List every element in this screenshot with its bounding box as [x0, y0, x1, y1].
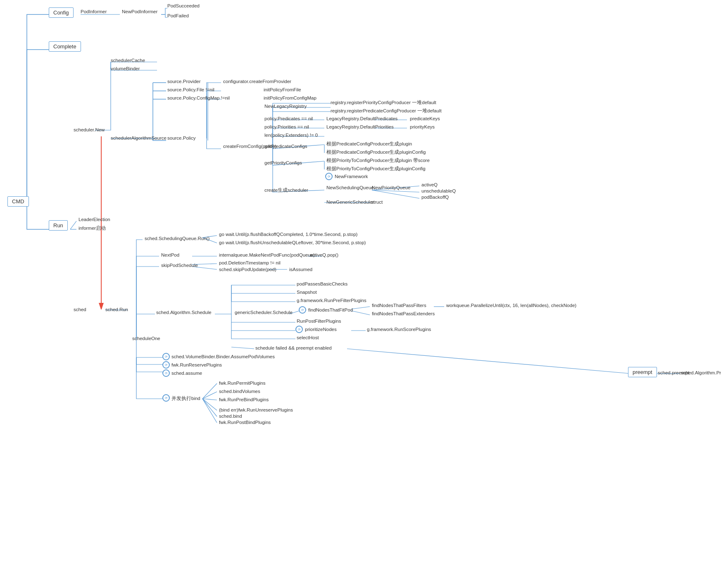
scheduleone-label: scheduleOne — [132, 336, 160, 341]
newpodinformer-label: NewPodInformer — [122, 9, 157, 14]
activeq-label: activeQ — [421, 182, 438, 187]
newlegacyregistry-label: NewLegacyRegistry — [264, 104, 307, 109]
schedassume-label: sched.assume — [171, 371, 202, 376]
runprebindplugins-label: fwk.RunPreBindPlugins — [219, 397, 269, 402]
cmd-node: CMD — [7, 196, 29, 207]
schedulernew-label: scheduler.New — [74, 127, 105, 132]
rununreserveplugins-label: (bind err)fwk.RunUnreservePlugins — [219, 407, 293, 412]
podbackoffq-label: podBackoffQ — [421, 195, 449, 200]
initpolicyfromfile-label: initPolicyFromFile — [264, 87, 301, 92]
initpolicyfromconfigmap-label: initPolicyFromConfigMap — [264, 95, 316, 100]
preempt-node: preempt — [628, 367, 657, 377]
runreserve-icon: ⟳ — [162, 361, 170, 369]
schedbind-label: sched.bind — [219, 414, 242, 419]
findnodesthatfitpod-label: findNodesThatFitPod — [308, 307, 353, 312]
policyextenders-label: len(policy.Extenders) != 0 — [264, 133, 318, 138]
generatepluginpriority-label: 根据PriorityToConfigProducer生成plugin 带scor… — [326, 157, 430, 164]
informerstart-label: informer启动 — [79, 225, 106, 231]
bindasync-icon: ⟳ — [162, 394, 170, 402]
policypriorities-label: policy.Priorities == nil — [264, 124, 309, 129]
parallelizeuntil-label: workqueue.ParallelizeUntil(ctx, 16, len(… — [446, 303, 576, 308]
findnodes-icon: ⟳ — [299, 306, 306, 314]
isassumed-label: isAssumed — [289, 267, 312, 272]
struct-label: struct — [371, 200, 383, 205]
legacydefaultpredicates-label: LegacyRegistry.DefaultPredicates — [326, 116, 397, 121]
unschedulableq-label: unschedulableQ — [421, 188, 456, 193]
newpriorityqueue-label: NewPriorityQueue — [372, 185, 410, 190]
createscheduler-label: create生成scheduler — [264, 187, 308, 193]
registerpriority-label: registry.registerPriorityConfigProducer … — [331, 100, 436, 106]
policypredicates-label: policy.Predicates == nil — [264, 116, 313, 121]
complete-node: Complete — [49, 41, 81, 52]
sourceprovider-label: source.Provider — [167, 79, 201, 84]
run-label: Run — [53, 222, 63, 229]
config-label: Config — [53, 10, 69, 16]
generateplugin-label: 根据PredicateConfigProducer生成plugin — [326, 141, 412, 147]
schedrun-label: sched.Run — [105, 307, 128, 312]
nextpod-label: NextPod — [161, 252, 179, 257]
connector-lines — [0, 0, 721, 588]
prioritizenodes-label: prioritizeNodes — [305, 327, 337, 332]
complete-label: Complete — [53, 43, 76, 50]
makenextpodfunc-label: internalqueue.MakeNextPodFunc(podQueue) — [219, 252, 315, 257]
assumepodvolumes-label: sched.VolumeBinder.Binder.AssumePodVolum… — [171, 354, 275, 359]
sourcepolicy-label: source.Policy — [167, 136, 195, 140]
findnodespassfilters-label: findNodesThatPassFilters — [372, 303, 426, 308]
getpriorityconfigs-label: getPriorityConfigs — [264, 160, 302, 165]
config-node: Config — [49, 7, 74, 18]
runprefilter-label: g.framework.RunPreFilterPlugins — [297, 298, 366, 303]
podpassesbasicchecks-label: podPassesBasicChecks — [297, 281, 347, 286]
predicatekeys-label: predicateKeys — [410, 116, 440, 121]
poddeletiontimestamp-label: pod.DeletionTimestamp != nil — [219, 260, 281, 265]
podsucceeded-label: PodSucceeded — [167, 3, 200, 8]
runreserveplugins-label: fwk.RunReservePlugins — [171, 362, 222, 367]
generatepluginconfig-label: 根据PredicateConfigProducer生成pluginConfig — [326, 149, 426, 155]
newgenericscheduler-label: NewGenericScheduler — [326, 200, 374, 205]
prioritykeys-label: priorityKeys — [410, 124, 435, 129]
legacydefaultpriorities-label: LegacyRegistry.DefaultPriorities — [326, 124, 394, 129]
volumebinder-label: volumeBinder — [111, 66, 140, 71]
runpermitplugins-label: fwk.RunPermitPlugins — [219, 381, 265, 386]
podinformer-label: PodInformer — [81, 9, 107, 14]
schedulefailed-label: schedule failed && preempt enabled — [255, 345, 332, 350]
genericschedulerschedule-label: genericScheduler.Schedule — [235, 310, 293, 315]
schedassume-icon: ⟳ — [162, 369, 170, 377]
newframework-label: NewFramework — [335, 174, 368, 179]
getpredicateconfigs-label: getPredicateConfigs — [264, 144, 307, 149]
findnodespassextenders-label: findNodesThatPassExtenders — [372, 311, 435, 316]
diagram-container: CMD Config Complete Run preempt PodInfor… — [0, 0, 721, 588]
runpostfilter-label: RunPostFilterPlugins — [297, 319, 341, 324]
activeqpop-label: activeQ.pop() — [310, 252, 338, 257]
flushbackoff-label: go wait.Until(p.flushBackoffQCompleted, … — [219, 232, 357, 237]
newschedulingqueue-label: NewSchedulingQueue — [326, 185, 374, 190]
runscoreplug-label: g.framework.RunScorePlugins — [367, 327, 431, 332]
skippodupdate-label: sched.skipPodUpdate(pod) — [219, 267, 276, 272]
sourcepolicyfile-label: source.Policy.File !=nil — [167, 87, 214, 92]
flushunschedulable-label: go wait.Until(p.flushUnschedulableQLefto… — [219, 240, 366, 245]
createfromprovider-label: configurator.createFromProvider — [223, 79, 291, 84]
registerpredicate-label: registry.registerPredicateConfigProducer… — [331, 108, 442, 114]
prioritizenodes-icon: ⟳ — [295, 326, 303, 333]
scheduleralgorithmsource-label: schedulerAlgorithmSource — [111, 136, 167, 140]
schedulercache-label: schedulerCache — [111, 58, 145, 63]
runpostbindplugins-label: fwk.RunPostBindPlugins — [219, 420, 271, 425]
cmd-label: CMD — [12, 198, 24, 205]
run-node: Run — [49, 220, 68, 231]
schedalgschedule-label: sched.Algorithm.Schedule — [156, 310, 212, 315]
leaderelection-label: LeaderElection — [79, 217, 110, 222]
skippodschedule-label: skipPodSchedule — [161, 263, 198, 268]
snapshot-label: Snapshot — [297, 290, 317, 295]
sched-label: sched — [74, 307, 86, 312]
preempt-label: preempt — [633, 369, 652, 375]
podfailed-label: PodFailed — [167, 13, 189, 18]
schedschedulingqueuerun-label: sched.SchedulingQueue.Run() — [145, 236, 209, 241]
sourcepolicyconfigmap-label: source.Policy.ConfigMap !=nil — [167, 95, 230, 100]
volumebinder-icon: ⟳ — [162, 353, 170, 360]
newframework-icon: ⟳ — [325, 173, 333, 180]
selecthost-label: selectHost — [297, 335, 319, 340]
generatepluginconfigpriority-label: 根据PriorityToConfigProducer生成pluginConfig — [326, 166, 426, 172]
bindasync-label: 并发执行bind — [171, 395, 200, 402]
schedbindvolumes-label: sched.bindVolumes — [219, 389, 260, 394]
schedalgpreempt-label: sched.Algorithm.Preempt — [681, 370, 721, 375]
